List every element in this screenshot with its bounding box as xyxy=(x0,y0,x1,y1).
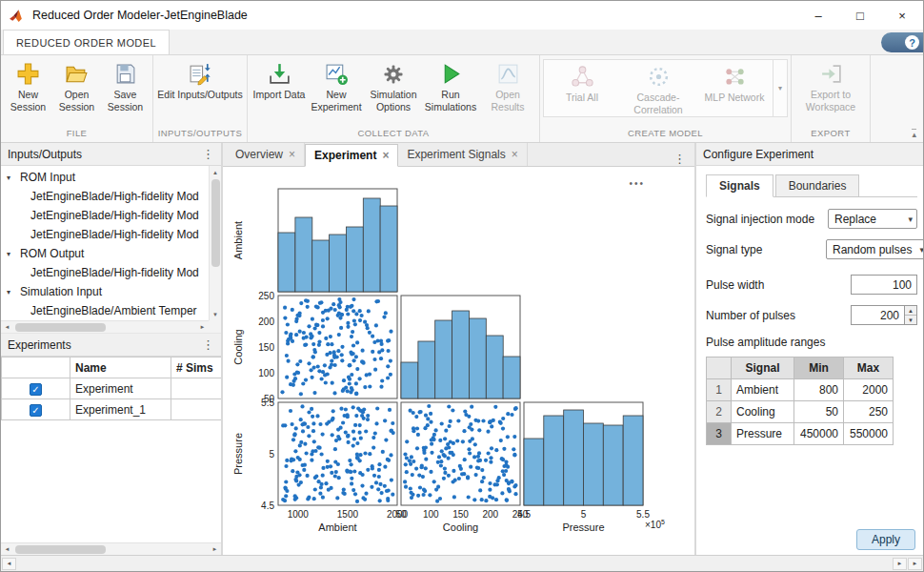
tree-item-label: JetEngineBlade/Ambient Temper xyxy=(30,304,197,317)
scrollbar-thumb[interactable] xyxy=(211,179,220,267)
experiment-checkbox[interactable]: ✓ xyxy=(30,383,42,396)
maximize-button[interactable]: □ xyxy=(839,1,881,30)
run-simulations-button[interactable]: Run Simulations xyxy=(422,57,479,113)
close-icon[interactable]: × xyxy=(289,148,295,161)
experiment-name-cell[interactable]: Experiment xyxy=(70,378,171,399)
amp-signal-cell[interactable]: Cooling xyxy=(732,401,794,423)
svg-text:100: 100 xyxy=(423,509,439,520)
tree-item[interactable]: JetEngineBlade/Ambient Temper xyxy=(1,301,209,320)
simulation-options-button[interactable]: Simulation Options xyxy=(365,57,422,113)
scroll-right-button[interactable]: ► xyxy=(196,321,209,333)
tree-collapse-icon[interactable]: ▾ xyxy=(7,250,20,258)
amp-min-cell[interactable]: 450000 xyxy=(794,423,844,445)
tab-boundaries[interactable]: Boundaries xyxy=(775,174,860,196)
tree-collapse-icon[interactable]: ▾ xyxy=(7,288,20,296)
experiments-table-wrap: Name # Sims ✓ Experiment ✓ Experiment_1 xyxy=(1,357,221,542)
tab-overview[interactable]: Overview × xyxy=(227,143,305,166)
center-panel: Overview × Experiment × Experiment Signa… xyxy=(223,143,696,555)
export-section-caption: EXPORT xyxy=(794,126,867,142)
tree-item[interactable]: JetEngineBlade/High-fidelity Mod xyxy=(1,225,209,244)
help-button[interactable]: ? xyxy=(881,32,923,52)
scroll-down-button[interactable]: ▼ xyxy=(210,308,221,320)
tree-horizontal-scrollbar[interactable]: ◄ ► xyxy=(1,320,209,333)
tab-experiment-signals[interactable]: Experiment Signals × xyxy=(398,143,527,166)
tree-group-simulation-input[interactable]: ▾ Simulation Input xyxy=(1,282,209,301)
number-of-pulses-stepper[interactable]: 200 ▲ ▼ xyxy=(851,305,917,325)
scroll-left-button[interactable]: ◄ xyxy=(1,321,13,333)
close-icon[interactable]: × xyxy=(512,148,518,161)
experiment-sims-cell[interactable] xyxy=(171,378,222,399)
tab-experiment[interactable]: Experiment × xyxy=(305,144,398,167)
scroll-end-button[interactable]: ► xyxy=(908,558,922,570)
open-results-button: Open Results xyxy=(479,57,536,113)
signal-injection-mode-select[interactable]: Replace ▾ xyxy=(828,209,917,229)
amp-signal-cell[interactable]: Pressure xyxy=(732,423,794,445)
tree-vertical-scrollbar[interactable]: ▲ ▼ xyxy=(209,166,221,320)
new-experiment-button[interactable]: New Experiment xyxy=(308,57,365,113)
experiment-row[interactable]: ✓ Experiment_1 xyxy=(2,399,222,420)
scrollbar-thumb[interactable] xyxy=(15,545,106,554)
tab-signals[interactable]: Signals xyxy=(706,174,773,197)
tree-item[interactable]: JetEngineBlade/High-fidelity Mod xyxy=(1,206,209,225)
amp-max-cell[interactable]: 550000 xyxy=(844,423,894,445)
experiment-sims-cell[interactable] xyxy=(171,399,222,420)
close-icon[interactable]: × xyxy=(382,149,389,162)
number-of-pulses-value[interactable]: 200 xyxy=(851,305,904,325)
amp-max-cell[interactable]: 250 xyxy=(844,401,894,423)
new-experiment-label: New Experiment xyxy=(308,89,365,113)
tree-group-rom-output[interactable]: ▾ ROM Output xyxy=(1,244,209,263)
scroll-left-button[interactable]: ◄ xyxy=(1,543,13,555)
scrollbar-thumb[interactable] xyxy=(15,323,106,332)
tree-group-label: Simulation Input xyxy=(20,285,102,298)
tree-item[interactable]: JetEngineBlade/High-fidelity Mod xyxy=(1,187,209,206)
bottom-scrollbar[interactable]: ◄ ► ► xyxy=(1,555,923,571)
experiment-row[interactable]: ✓ Experiment xyxy=(2,378,222,399)
signal-type-select[interactable]: Random pulses ▾ xyxy=(826,239,923,259)
close-button[interactable]: × xyxy=(881,1,923,30)
model-gallery: Trial All Cascade-Correlation MLP Networ… xyxy=(543,59,788,117)
tree-collapse-icon[interactable]: ▾ xyxy=(7,174,20,182)
open-session-button[interactable]: Open Session xyxy=(52,57,101,113)
tree-item[interactable]: JetEngineBlade/High-fidelity Mod xyxy=(1,263,209,282)
new-session-button[interactable]: New Session xyxy=(4,57,52,113)
scroll-up-button[interactable]: ▲ xyxy=(210,166,221,178)
tab-label: Overview xyxy=(235,148,283,161)
spinner-down-button[interactable]: ▼ xyxy=(905,316,916,324)
save-session-button[interactable]: Save Session xyxy=(101,57,150,113)
edit-inputs-outputs-button[interactable]: Edit Inputs/Outputs xyxy=(156,57,244,101)
pulse-width-input[interactable]: 100 xyxy=(851,275,917,295)
experiments-horizontal-scrollbar[interactable]: ◄ ► xyxy=(1,542,221,555)
panel-menu-icon[interactable]: ⋮ xyxy=(202,147,214,161)
window-controls: – □ × xyxy=(797,1,923,30)
experiment-checkbox[interactable]: ✓ xyxy=(30,404,42,417)
signal-injection-mode-label: Signal injection mode xyxy=(706,213,814,226)
amp-col-signal: Signal xyxy=(732,358,794,379)
import-data-button[interactable]: Import Data xyxy=(251,57,308,101)
collapse-ribbon-button[interactable]: ▴ xyxy=(912,129,916,138)
svg-text:50: 50 xyxy=(395,509,407,520)
tab-bar-menu-icon[interactable]: ⋮ xyxy=(665,152,694,166)
apply-button[interactable]: Apply xyxy=(856,529,915,550)
create-model-section-caption: CREATE MODEL xyxy=(543,126,788,142)
spinner-up-button[interactable]: ▲ xyxy=(905,306,916,316)
scroll-right-button[interactable]: ► xyxy=(893,558,907,570)
gallery-dropdown-button[interactable]: ▾ xyxy=(773,60,787,116)
tab-reduced-order-model[interactable]: REDUCED ORDER MODEL xyxy=(3,30,170,54)
svg-text:Cooling: Cooling xyxy=(232,329,244,364)
pulse-width-value: 100 xyxy=(893,278,912,292)
experiment-name-cell[interactable]: Experiment_1 xyxy=(70,399,171,420)
amp-min-cell[interactable]: 800 xyxy=(794,379,844,401)
panel-menu-icon[interactable]: ⋮ xyxy=(202,337,214,352)
collect-data-section-caption: COLLECT DATA xyxy=(251,126,536,142)
scroll-left-button[interactable]: ◄ xyxy=(2,558,16,570)
new-experiment-icon xyxy=(324,61,350,87)
scroll-right-button[interactable]: ► xyxy=(209,543,221,555)
minimize-button[interactable]: – xyxy=(797,1,839,30)
tab-label: Experiment xyxy=(314,149,376,162)
amp-max-cell[interactable]: 2000 xyxy=(844,379,894,401)
open-results-label: Open Results xyxy=(479,89,536,113)
amp-min-cell[interactable]: 50 xyxy=(794,401,844,423)
amp-signal-cell[interactable]: Ambient xyxy=(732,379,794,401)
edit-inputs-outputs-icon xyxy=(188,61,213,87)
tree-group-rom-input[interactable]: ▾ ROM Input xyxy=(1,168,209,187)
